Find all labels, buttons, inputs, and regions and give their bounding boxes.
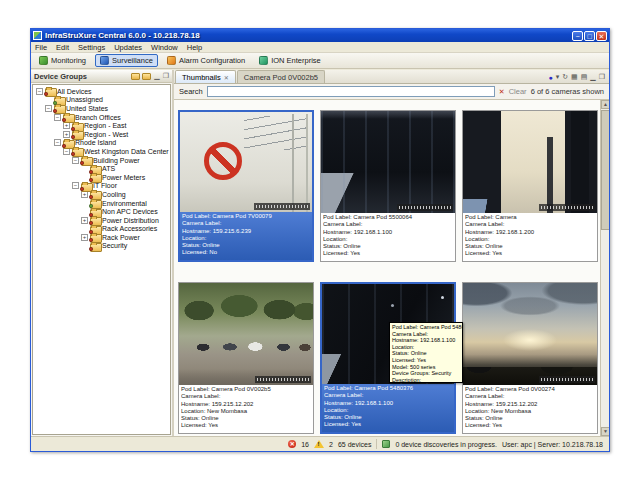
minimize-button[interactable]: − [572,31,583,41]
tree-item-west-kingston-data-center[interactable]: −West Kingston Data Center [33,147,170,156]
tree-item-region-east[interactable]: +Region - East [33,121,170,130]
refresh-icon[interactable]: ↻ [562,73,568,81]
camera-view-icon[interactable]: ● [548,74,552,81]
tree-item-label: Rack Accessories [102,225,157,232]
clear-icon[interactable]: ✕ [499,88,505,96]
expand-icon[interactable]: + [81,234,88,241]
tree-item-branch-offices[interactable]: −Branch Offices [33,113,170,122]
desktop: InfraStruXure Central 6.0.0 - 10.218.78.… [0,0,640,480]
collapse-icon[interactable]: − [45,105,52,112]
camera-image[interactable] [179,283,313,385]
vertical-scrollbar[interactable]: ▲ ▼ [600,100,609,436]
scroll-up-icon[interactable]: ▲ [601,100,609,109]
alarm-status-dot [89,247,93,251]
camera-card[interactable]: Pod Label: Camera Pod 7V00079Camera Labe… [178,110,314,262]
menu-edit[interactable]: Edit [56,43,69,52]
scroll-down-icon[interactable]: ▼ [601,427,609,436]
tree-item-label: United States [66,105,108,112]
toolbar-button-surveillance[interactable]: Surveillance [95,54,158,67]
camera-image[interactable] [463,283,597,385]
camera-info-line: Camera Label: [465,221,595,228]
grid-view-icon[interactable]: ▦ [571,73,578,81]
detail-view-icon[interactable]: ▤ [581,73,588,81]
tooltip-line: Location: [392,344,460,351]
clear-button[interactable]: Clear [509,87,527,96]
device-groups-header: Device Groups ▁ ❐ [31,70,172,83]
camera-info-line: Hostname: 159.215.12.202 [465,401,595,408]
restore-view-icon[interactable]: ❐ [599,73,605,81]
move-group-icon[interactable] [142,73,151,80]
search-input[interactable] [207,86,495,97]
tree-item-power-meters[interactable]: Power Meters [33,173,170,182]
alarm-status-dot [89,230,93,234]
minimize-panel-icon[interactable]: ▁ [154,72,159,80]
expand-icon[interactable]: + [63,131,70,138]
tooltip-line: Hostname: 192.168.1.100 [392,337,460,344]
collapse-icon[interactable]: − [63,148,70,155]
collapse-icon[interactable]: − [72,157,79,164]
title-bar[interactable]: InfraStruXure Central 6.0.0 - 10.218.78.… [31,29,609,42]
tree-item-non-apc-devices[interactable]: Non APC Devices [33,207,170,216]
tree-item-environmental[interactable]: Environmental [33,199,170,208]
expand-icon[interactable]: + [81,217,88,224]
camera-card[interactable]: Pod Label: Camera Pod 0V002b5Camera Labe… [178,282,314,434]
warning-icon[interactable] [314,440,324,448]
camera-info-line: Status: Online [324,414,452,421]
tab-thumbnails[interactable]: Thumbnails ✕ [175,70,236,83]
collapse-icon[interactable]: − [54,114,61,121]
timestamp-overlay [397,204,453,211]
menu-file[interactable]: File [35,43,47,52]
tree-item-unassigned[interactable]: Unassigned [33,96,170,105]
folder-icon [72,130,82,138]
menu-settings[interactable]: Settings [78,43,105,52]
tree-item-ats[interactable]: ATS [33,164,170,173]
tree-item-all-devices[interactable]: −All Devices [33,87,170,96]
camera-image[interactable] [463,111,597,213]
scrollbar-thumb[interactable] [601,110,609,230]
tree-item-building-power[interactable]: −Building Power [33,156,170,165]
alarm-status-dot [62,144,66,148]
tree-item-rhode-island[interactable]: −Rhode Island [33,139,170,148]
new-group-icon[interactable] [131,73,140,80]
collapse-icon[interactable]: − [36,88,43,95]
expand-icon[interactable]: + [81,191,88,198]
tree-item-security[interactable]: Security [33,242,170,251]
collapse-icon[interactable]: − [54,139,61,146]
maximize-button[interactable]: □ [584,31,595,41]
camera-card[interactable]: Pod Label: CameraCamera Label:Hostname: … [462,110,598,262]
alarm-status-dot [71,152,75,156]
close-button[interactable]: ✕ [596,31,607,41]
toolbar-button-alarm-configuration[interactable]: Alarm Configuration [162,54,250,67]
tree-item-region-west[interactable]: +Region - West [33,130,170,139]
tree-item-united-states[interactable]: −United States [33,104,170,113]
tree-item-rack-accessories[interactable]: Rack Accessories [33,225,170,234]
folder-icon [63,139,73,147]
tree-item-rack-power[interactable]: +Rack Power [33,233,170,242]
camera-info-line: Hostname: 192.168.1.100 [324,400,452,407]
camera-info-line: Status: Online [181,415,311,422]
camera-info: Pod Label: Camera Pod 5480376Camera Labe… [322,384,454,432]
minimize-view-icon[interactable]: ▁ [590,73,595,81]
toolbar-button-monitoring[interactable]: Monitoring [34,54,91,67]
tree-item-cooling[interactable]: +Cooling [33,190,170,199]
toolbar-button-ion-enterprise[interactable]: ION Enterprise [254,54,326,67]
camera-card[interactable]: Pod Label: Camera Pod 5500064Camera Labe… [320,110,456,262]
collapse-icon[interactable]: − [72,182,79,189]
menu-updates[interactable]: Updates [114,43,142,52]
expand-icon[interactable]: + [63,122,70,129]
tree-item-power-distribution[interactable]: +Power Distribution [33,216,170,225]
menu-help[interactable]: Help [187,43,202,52]
tree-item-label: All Devices [57,88,92,95]
camera-info: Pod Label: Camera Pod 5500064Camera Labe… [321,213,455,261]
camera-card[interactable]: Pod Label: Camera Pod 0V00274Camera Labe… [462,282,598,434]
tab-camera-pod[interactable]: Camera Pod 0V002b5 [237,70,325,83]
menu-window[interactable]: Window [151,43,178,52]
maximize-panel-icon[interactable]: ❐ [163,72,169,80]
folder-icon [90,199,100,207]
chevron-down-icon[interactable]: ▾ [556,73,560,81]
camera-image[interactable] [180,112,312,212]
tree-item-label: West Kingston Data Center [84,148,169,155]
tab-close-icon[interactable]: ✕ [224,74,229,81]
error-icon[interactable]: ✕ [288,440,296,448]
camera-image[interactable] [321,111,455,213]
